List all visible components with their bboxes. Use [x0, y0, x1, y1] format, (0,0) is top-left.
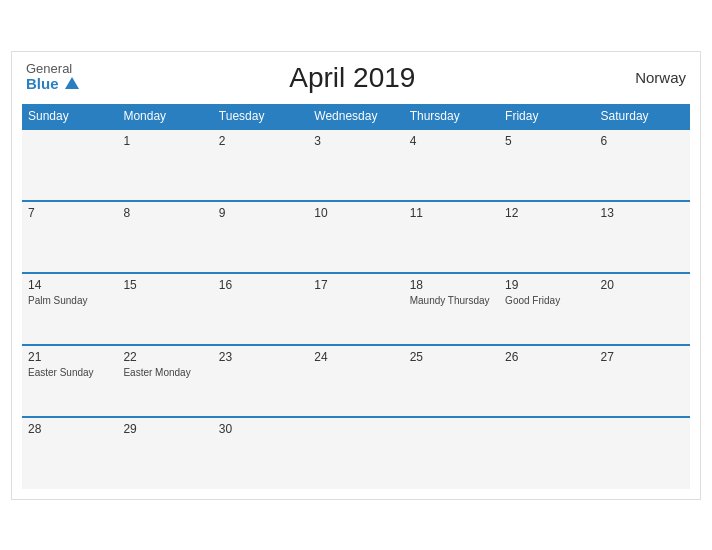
- calendar-cell: 14Palm Sunday: [22, 273, 117, 345]
- calendar-cell: 20: [595, 273, 690, 345]
- day-event: Palm Sunday: [28, 294, 111, 307]
- calendar-cell: 4: [404, 129, 499, 201]
- day-number: 30: [219, 422, 302, 436]
- day-event: Good Friday: [505, 294, 588, 307]
- calendar-country: Norway: [626, 69, 686, 86]
- calendar-cell: 12: [499, 201, 594, 273]
- calendar-header: General Blue April 2019 Norway: [22, 62, 690, 94]
- calendar-cell: 30: [213, 417, 308, 489]
- day-number: 10: [314, 206, 397, 220]
- calendar-cell: 18Maundy Thursday: [404, 273, 499, 345]
- day-number: 6: [601, 134, 684, 148]
- weekday-header-tuesday: Tuesday: [213, 104, 308, 129]
- calendar-cell: 15: [117, 273, 212, 345]
- day-number: 18: [410, 278, 493, 292]
- day-event: Maundy Thursday: [410, 294, 493, 307]
- day-number: 12: [505, 206, 588, 220]
- logo-blue-text: Blue: [26, 76, 79, 93]
- day-number: 24: [314, 350, 397, 364]
- calendar-cell: 22Easter Monday: [117, 345, 212, 417]
- day-number: 28: [28, 422, 111, 436]
- day-number: 4: [410, 134, 493, 148]
- calendar-cell: 27: [595, 345, 690, 417]
- week-row-2: 14Palm Sunday15161718Maundy Thursday19Go…: [22, 273, 690, 345]
- week-row-1: 78910111213: [22, 201, 690, 273]
- calendar-cell: [22, 129, 117, 201]
- calendar-cell: 16: [213, 273, 308, 345]
- day-number: 17: [314, 278, 397, 292]
- day-number: 21: [28, 350, 111, 364]
- week-row-3: 21Easter Sunday22Easter Monday2324252627: [22, 345, 690, 417]
- calendar-cell: 8: [117, 201, 212, 273]
- calendar-cell: 17: [308, 273, 403, 345]
- calendar-cell: 21Easter Sunday: [22, 345, 117, 417]
- day-number: 16: [219, 278, 302, 292]
- logo: General Blue: [26, 62, 79, 93]
- weekday-header-monday: Monday: [117, 104, 212, 129]
- calendar-cell: 6: [595, 129, 690, 201]
- calendar-cell: 7: [22, 201, 117, 273]
- day-number: 26: [505, 350, 588, 364]
- day-number: 19: [505, 278, 588, 292]
- day-event: Easter Monday: [123, 366, 206, 379]
- weekday-header-wednesday: Wednesday: [308, 104, 403, 129]
- calendar-cell: 28: [22, 417, 117, 489]
- calendar-cell: [404, 417, 499, 489]
- calendar-cell: 5: [499, 129, 594, 201]
- week-row-4: 282930: [22, 417, 690, 489]
- day-number: 11: [410, 206, 493, 220]
- calendar-cell: [595, 417, 690, 489]
- day-number: 27: [601, 350, 684, 364]
- day-number: 9: [219, 206, 302, 220]
- weekday-header-row: SundayMondayTuesdayWednesdayThursdayFrid…: [22, 104, 690, 129]
- calendar-cell: [499, 417, 594, 489]
- day-number: 13: [601, 206, 684, 220]
- day-number: 14: [28, 278, 111, 292]
- calendar-cell: 24: [308, 345, 403, 417]
- day-number: 8: [123, 206, 206, 220]
- logo-general-text: General: [26, 62, 79, 76]
- calendar-cell: 23: [213, 345, 308, 417]
- calendar-cell: 29: [117, 417, 212, 489]
- day-number: 15: [123, 278, 206, 292]
- day-number: 3: [314, 134, 397, 148]
- day-number: 2: [219, 134, 302, 148]
- calendar-cell: 19Good Friday: [499, 273, 594, 345]
- calendar-cell: 3: [308, 129, 403, 201]
- calendar-table: SundayMondayTuesdayWednesdayThursdayFrid…: [22, 104, 690, 489]
- calendar-cell: 2: [213, 129, 308, 201]
- calendar-thead: SundayMondayTuesdayWednesdayThursdayFrid…: [22, 104, 690, 129]
- calendar-container: General Blue April 2019 Norway SundayMon…: [11, 51, 701, 500]
- day-number: 25: [410, 350, 493, 364]
- day-number: 23: [219, 350, 302, 364]
- logo-triangle-icon: [65, 77, 79, 89]
- day-number: 7: [28, 206, 111, 220]
- day-number: 29: [123, 422, 206, 436]
- calendar-tbody: 1234567891011121314Palm Sunday15161718Ma…: [22, 129, 690, 489]
- calendar-cell: 1: [117, 129, 212, 201]
- calendar-cell: 25: [404, 345, 499, 417]
- day-event: Easter Sunday: [28, 366, 111, 379]
- day-number: 5: [505, 134, 588, 148]
- calendar-cell: 9: [213, 201, 308, 273]
- weekday-header-friday: Friday: [499, 104, 594, 129]
- weekday-header-thursday: Thursday: [404, 104, 499, 129]
- calendar-cell: 11: [404, 201, 499, 273]
- calendar-cell: [308, 417, 403, 489]
- weekday-header-saturday: Saturday: [595, 104, 690, 129]
- week-row-0: 123456: [22, 129, 690, 201]
- calendar-title: April 2019: [79, 62, 626, 94]
- day-number: 20: [601, 278, 684, 292]
- day-number: 1: [123, 134, 206, 148]
- calendar-cell: 10: [308, 201, 403, 273]
- calendar-cell: 13: [595, 201, 690, 273]
- weekday-header-sunday: Sunday: [22, 104, 117, 129]
- calendar-cell: 26: [499, 345, 594, 417]
- day-number: 22: [123, 350, 206, 364]
